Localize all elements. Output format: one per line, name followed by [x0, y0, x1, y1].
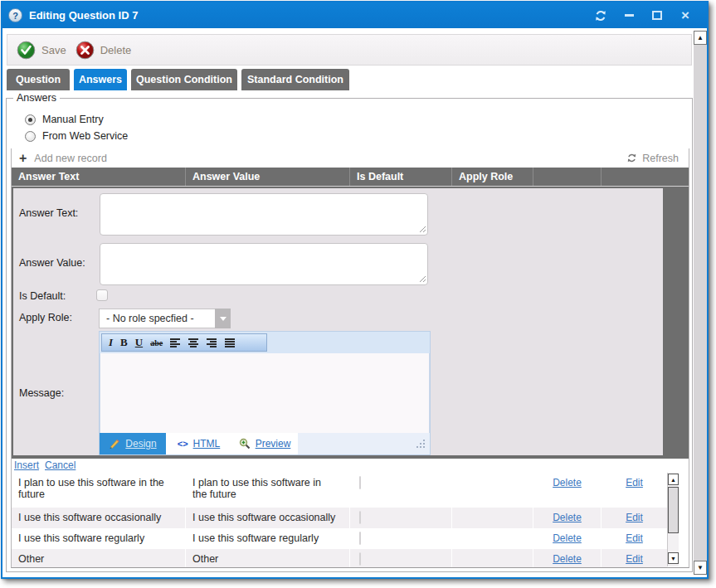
strikethrough-button[interactable]: abe: [150, 338, 163, 347]
help-icon[interactable]: ?: [8, 8, 22, 22]
edit-row-link[interactable]: Edit: [626, 477, 643, 508]
message-editor-content[interactable]: [100, 353, 430, 433]
save-button[interactable]: Save: [17, 41, 66, 60]
delete-button[interactable]: Delete: [75, 41, 132, 60]
cell-apply-role: [451, 508, 533, 528]
minimize-button[interactable]: [621, 7, 637, 24]
insert-link[interactable]: Insert: [14, 459, 39, 471]
header-answer-value[interactable]: Answer Value: [185, 168, 349, 186]
scroll-up-button[interactable]: ▲: [694, 31, 707, 45]
row-checkbox: [359, 511, 361, 524]
tab-question-condition[interactable]: Question Condition: [131, 69, 237, 90]
is-default-checkbox[interactable]: [96, 289, 108, 301]
insert-cancel-row: Insert Cancel: [12, 459, 689, 473]
editor-mode-preview[interactable]: Preview: [231, 433, 298, 454]
delete-row-link[interactable]: Delete: [553, 532, 582, 549]
radio-selected-icon: [25, 114, 36, 125]
align-right-button[interactable]: [207, 338, 217, 347]
insert-form: Answer Text: Answer Value: Is Default: A…: [13, 188, 663, 455]
cell-answer-value: I use this software regularly: [185, 528, 349, 549]
minimize-icon: [625, 14, 634, 17]
cell-is-default: [349, 528, 451, 549]
grid-rows: I plan to use this software in the futur…: [12, 473, 667, 567]
underline-button[interactable]: U: [135, 336, 143, 349]
delete-row-link[interactable]: Delete: [553, 512, 582, 528]
dialog-window: ? Editing Question ID 7 ×: [1, 1, 709, 579]
justify-icon: [225, 338, 236, 347]
tab-answers[interactable]: Answers: [74, 69, 127, 90]
editor-mode-design[interactable]: Design: [100, 433, 166, 454]
cell-delete: Delete: [533, 528, 601, 549]
grid-scrollbar[interactable]: ▲ ▼: [667, 473, 679, 566]
align-left-button[interactable]: [170, 338, 181, 347]
row-checkbox: [359, 476, 361, 489]
apply-role-label: Apply Role:: [19, 312, 72, 323]
bold-button[interactable]: B: [120, 336, 128, 349]
cell-delete: Delete: [533, 508, 601, 528]
grid-refresh-button[interactable]: Refresh: [626, 153, 679, 164]
answer-value-input[interactable]: [100, 243, 428, 285]
plus-icon: +: [19, 152, 27, 165]
radio-from-web-service[interactable]: From Web Service: [25, 130, 128, 142]
dropdown-arrow-button[interactable]: [215, 309, 231, 328]
delete-label: Delete: [100, 44, 132, 56]
delete-row-link[interactable]: Delete: [553, 553, 582, 567]
tab-strip: Question Answers Question Condition Stan…: [7, 69, 349, 90]
editor-statusbar: [298, 433, 430, 454]
align-center-button[interactable]: [188, 338, 199, 347]
chevron-down-icon: [220, 317, 226, 321]
close-button[interactable]: ×: [677, 7, 694, 24]
is-default-label: Is Default:: [19, 290, 66, 302]
cancel-link[interactable]: Cancel: [45, 459, 75, 471]
justify-button[interactable]: [225, 338, 236, 347]
cell-answer-value: I use this software occasionally: [185, 508, 349, 528]
tab-question[interactable]: Question: [7, 69, 70, 90]
delete-row-link[interactable]: Delete: [553, 477, 582, 508]
insert-row-band: Answer Text: Answer Value: Is Default: A…: [12, 186, 689, 459]
tab-standard-condition[interactable]: Standard Condition: [241, 69, 349, 90]
header-answer-text[interactable]: Answer Text: [12, 168, 185, 186]
cell-apply-role: [451, 549, 533, 567]
italic-button[interactable]: I: [109, 336, 113, 349]
header-edit-column: [601, 168, 689, 186]
edit-row-link[interactable]: Edit: [626, 532, 643, 549]
scroll-down-button[interactable]: ▼: [668, 552, 679, 564]
scroll-down-button[interactable]: ▼: [694, 561, 707, 575]
header-apply-role[interactable]: Apply Role: [451, 168, 533, 186]
cell-apply-role: [451, 473, 533, 508]
edit-row-link[interactable]: Edit: [626, 553, 643, 567]
scrollbar-thumb[interactable]: [668, 487, 679, 533]
editor-mode-tabs: Design <> HTML: [100, 433, 430, 454]
answer-text-input[interactable]: [100, 193, 428, 236]
refresh-grid-icon: [626, 153, 637, 163]
refresh-window-button[interactable]: [592, 7, 609, 24]
cell-edit: Edit: [601, 528, 667, 549]
cell-answer-value: Other: [185, 549, 349, 567]
header-is-default[interactable]: Is Default: [349, 168, 451, 186]
code-icon: <>: [178, 439, 188, 449]
editor-resize-grip[interactable]: [416, 440, 425, 448]
apply-role-dropdown[interactable]: - No role specfied -: [99, 309, 231, 328]
radio-manual-entry[interactable]: Manual Entry: [25, 114, 104, 125]
editor-mode-html[interactable]: <> HTML: [166, 433, 231, 454]
scroll-down-icon: ▼: [670, 556, 676, 561]
window-controls: ×: [592, 7, 694, 24]
refresh-icon: [594, 9, 607, 22]
scroll-up-icon: ▲: [670, 477, 676, 483]
table-row: Other Other Delete Edit: [12, 549, 667, 567]
answers-legend: Answers: [13, 92, 60, 104]
cell-delete: Delete: [533, 473, 601, 508]
cell-apply-role: [451, 528, 533, 549]
dialog-scrollbar[interactable]: ▲ ▼: [694, 31, 707, 575]
apply-role-value: - No role specfied -: [99, 309, 215, 328]
scroll-down-icon: ▼: [697, 564, 704, 571]
add-new-record-button[interactable]: + Add new record: [19, 152, 107, 165]
editor-toolbar: I B U abe: [100, 332, 430, 353]
scroll-up-button[interactable]: ▲: [668, 474, 679, 485]
edit-row-link[interactable]: Edit: [626, 512, 643, 528]
maximize-button[interactable]: [649, 7, 665, 24]
row-checkbox: [359, 532, 361, 545]
grid-header-row: Answer Text Answer Value Is Default Appl…: [12, 168, 689, 186]
answer-text-label: Answer Text:: [19, 207, 78, 219]
cell-answer-value: I plan to use this software in the futur…: [185, 473, 349, 508]
